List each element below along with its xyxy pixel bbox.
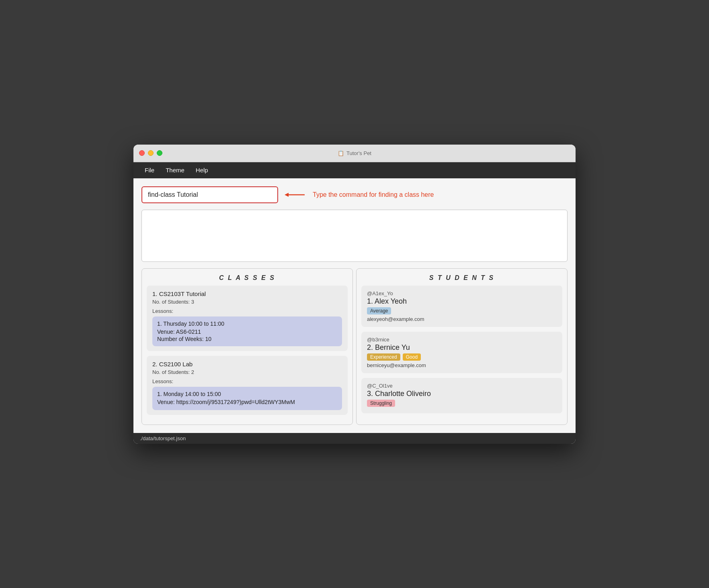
student-name: 1. Alex Yeoh	[367, 297, 557, 306]
students-panel-header: S T U D E N T S	[357, 269, 567, 286]
class-card: 2. CS2100 Lab No. of Students: 2 Lessons…	[147, 356, 348, 415]
student-tags: Experienced Good	[367, 353, 557, 361]
students-panel: S T U D E N T S @A1ex_Yo 1. Alex Yeoh Av…	[356, 268, 568, 425]
lesson-venue: Venue: AS6-0211	[157, 329, 337, 335]
panels: C L A S S E S 1. CS2103T Tutorial No. of…	[141, 268, 568, 425]
menu-bar: File Theme Help	[133, 162, 576, 178]
command-area: Type the command for finding a class her…	[141, 186, 568, 203]
classes-panel-content[interactable]: 1. CS2103T Tutorial No. of Students: 3 L…	[142, 286, 352, 425]
status-bar: ./data/tutorspet.json	[133, 433, 576, 444]
classes-panel: C L A S S E S 1. CS2103T Tutorial No. of…	[141, 268, 353, 425]
class-students: No. of Students: 2	[152, 369, 342, 375]
student-name: 2. Bernice Yu	[367, 343, 557, 352]
student-email: berniceyu@example.com	[367, 362, 557, 368]
traffic-lights	[139, 150, 162, 156]
student-name: 3. Charlotte Oliveiro	[367, 390, 557, 398]
student-card: @A1ex_Yo 1. Alex Yeoh Average alexyeoh@e…	[361, 286, 562, 327]
minimize-button[interactable]	[148, 150, 154, 156]
tag-experienced: Experienced	[367, 353, 400, 361]
tag-good: Good	[403, 353, 421, 361]
student-tags: Average	[367, 307, 557, 314]
command-hint: Type the command for finding a class her…	[285, 191, 434, 199]
svg-marker-1	[285, 193, 289, 197]
lesson-card: 1. Thursday 10:00 to 11:00 Venue: AS6-02…	[152, 316, 342, 346]
lessons-label: Lessons:	[152, 378, 342, 384]
hint-text: Type the command for finding a class her…	[313, 191, 434, 198]
student-email: alexyeoh@example.com	[367, 316, 557, 322]
class-title: 2. CS2100 Lab	[152, 361, 342, 368]
lesson-weeks: Number of Weeks: 10	[157, 336, 337, 342]
class-card: 1. CS2103T Tutorial No. of Students: 3 L…	[147, 286, 348, 351]
student-handle: @b3rnice	[367, 337, 557, 343]
menu-file[interactable]: File	[140, 165, 159, 175]
command-input-wrapper	[141, 186, 278, 203]
output-box	[141, 210, 568, 262]
close-button[interactable]	[139, 150, 145, 156]
maximize-button[interactable]	[157, 150, 162, 156]
window-title: 📋 Tutor's Pet	[338, 150, 371, 156]
command-input[interactable]	[141, 186, 278, 203]
lesson-venue: Venue: https://zoom/j/95317249?)pwd=Ulld…	[157, 399, 337, 405]
class-title: 1. CS2103T Tutorial	[152, 290, 342, 297]
title-icon: 📋	[338, 150, 344, 156]
status-text: ./data/tutorspet.json	[140, 435, 186, 441]
lesson-time: 1. Thursday 10:00 to 11:00	[157, 321, 337, 327]
menu-theme[interactable]: Theme	[161, 165, 189, 175]
arrow-svg	[285, 191, 309, 199]
class-students: No. of Students: 3	[152, 299, 342, 305]
app-window: 📋 Tutor's Pet File Theme Help	[133, 145, 576, 444]
tag-struggling: Struggling	[367, 400, 395, 407]
tag-average: Average	[367, 307, 391, 314]
student-card: @C_Ol1ve 3. Charlotte Oliveiro Strugglin…	[361, 378, 562, 413]
content-area: Type the command for finding a class her…	[133, 178, 576, 433]
arrow-icon	[285, 191, 309, 199]
lesson-time: 1. Monday 14:00 to 15:00	[157, 391, 337, 397]
classes-panel-header: C L A S S E S	[142, 269, 352, 286]
lesson-card: 1. Monday 14:00 to 15:00 Venue: https://…	[152, 387, 342, 410]
title-bar: 📋 Tutor's Pet	[133, 145, 576, 162]
students-panel-content[interactable]: @A1ex_Yo 1. Alex Yeoh Average alexyeoh@e…	[357, 286, 567, 423]
lessons-label: Lessons:	[152, 308, 342, 314]
student-tags: Struggling	[367, 400, 557, 407]
menu-help[interactable]: Help	[191, 165, 213, 175]
student-handle: @C_Ol1ve	[367, 383, 557, 389]
student-handle: @A1ex_Yo	[367, 290, 557, 296]
student-card: @b3rnice 2. Bernice Yu Experienced Good …	[361, 332, 562, 373]
